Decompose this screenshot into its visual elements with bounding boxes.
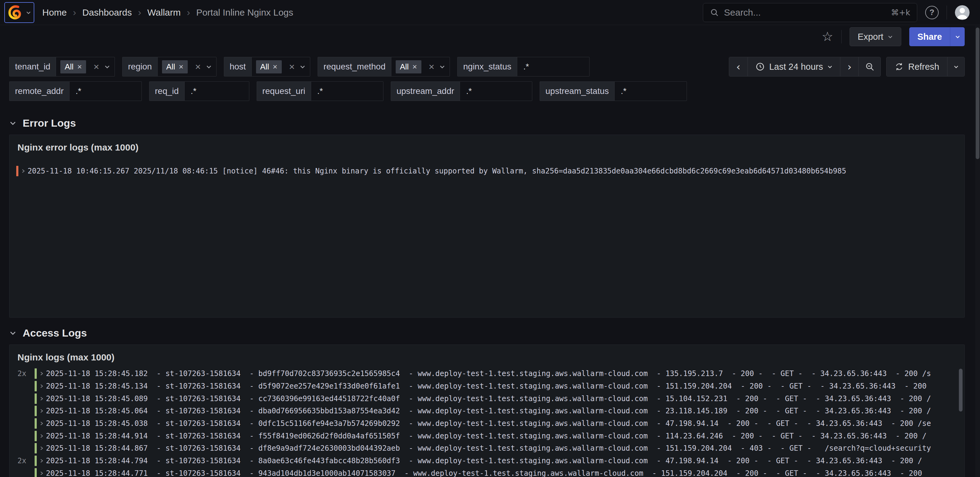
log-row[interactable]: 2x 2025-11-18 15:28:45.182 - st-107263-1… (10, 368, 964, 380)
grafana-logo-button[interactable] (4, 2, 34, 23)
chip-remove-icon[interactable]: × (179, 63, 183, 71)
log-row[interactable]: 2025-11-18 15:28:45.038 - st-107263-1581… (10, 417, 964, 430)
refresh-interval-button[interactable] (947, 57, 964, 76)
log-level-bar (35, 381, 37, 391)
filter-value-dropdown[interactable]: All × × (158, 57, 216, 76)
log-expand-icon[interactable] (39, 384, 44, 388)
log-row[interactable]: 2025-11-18 15:28:44.771 - st-107263-1581… (10, 467, 964, 477)
log-row[interactable]: 2025-11-18 15:28:45.089 - st-107263-1581… (10, 392, 964, 405)
section-error-logs[interactable]: Error Logs (9, 116, 965, 130)
chevron-down-icon (888, 34, 893, 40)
grafana-logo-icon (7, 4, 23, 21)
log-level-bar (35, 443, 37, 453)
log-line-text: 2025-11-18 15:28:44.771 - st-107263-1581… (46, 469, 922, 477)
nav-divider (947, 5, 947, 20)
access-logs-panel: Nginx logs (max 1000) 2x 2025-11-18 15:2… (9, 344, 965, 477)
chevron-down-icon[interactable] (104, 63, 110, 70)
filter-selected-chip[interactable]: All × (396, 60, 422, 73)
time-range-button[interactable]: Last 24 hours (748, 57, 840, 76)
log-expand-icon[interactable] (39, 409, 44, 414)
breadcrumb-folder[interactable]: Wallarm (147, 7, 181, 18)
log-dedup-count: 2x (10, 456, 35, 465)
clear-icon[interactable]: × (195, 62, 201, 71)
log-expand-icon[interactable] (39, 371, 44, 376)
panel-scrollbar-thumb[interactable] (959, 369, 963, 412)
filter-selected-chip[interactable]: All × (60, 60, 86, 73)
breadcrumb-separator: › (138, 7, 141, 18)
section-access-logs[interactable]: Access Logs (9, 326, 965, 340)
filter-value-dropdown[interactable]: All × × (252, 57, 310, 76)
filter-text-input[interactable] (70, 82, 142, 101)
log-level-bar (35, 368, 37, 379)
log-row[interactable]: 2025-11-18 10:46:15.267 2025/11/18 08:46… (10, 165, 964, 177)
dashboard-toolbar: ☆ Export Share (0, 25, 980, 48)
search-icon (710, 8, 719, 17)
filter-text-input[interactable] (185, 82, 249, 101)
share-button-label: Share (917, 32, 942, 41)
filter-label: host (224, 57, 252, 76)
log-expand-icon[interactable] (39, 458, 44, 463)
time-shift-forward-button[interactable]: › (840, 57, 858, 76)
clear-icon[interactable]: × (94, 62, 99, 71)
export-button-label: Export (858, 32, 883, 42)
log-row[interactable]: 2025-11-18 15:28:44.867 - st-107263-1581… (10, 442, 964, 455)
log-expand-icon[interactable] (39, 471, 44, 476)
refresh-button-label: Refresh (908, 62, 939, 72)
filter-req-id: req_id (149, 81, 249, 101)
log-expand-icon[interactable] (39, 434, 44, 439)
log-row[interactable]: 2025-11-18 15:28:45.134 - st-107263-1581… (10, 380, 964, 393)
filter-chip-label: All (65, 62, 73, 71)
log-expand-icon[interactable] (39, 446, 44, 451)
filter-selected-chip[interactable]: All × (162, 60, 188, 73)
export-button[interactable]: Export (850, 27, 902, 46)
clear-icon[interactable]: × (429, 62, 434, 71)
chevron-down-icon[interactable] (206, 63, 212, 70)
chip-remove-icon[interactable]: × (77, 63, 82, 71)
log-row[interactable]: 2025-11-18 15:28:45.064 - st-107263-1581… (10, 405, 964, 417)
filter-text-input[interactable] (517, 57, 589, 76)
filter-selected-chip[interactable]: All × (256, 60, 282, 73)
log-row[interactable]: 2x 2025-11-18 15:28:44.794 - st-107263-1… (10, 455, 964, 467)
zoom-out-icon (865, 62, 875, 71)
time-shift-back-button[interactable]: ‹ (729, 57, 748, 76)
breadcrumb-home[interactable]: Home (42, 7, 67, 18)
filter-chip-label: All (166, 62, 175, 71)
chevron-down-icon[interactable] (439, 63, 445, 70)
breadcrumb-dashboards[interactable]: Dashboards (83, 7, 132, 18)
filter-label: remote_addr (10, 82, 70, 101)
breadcrumb-separator: › (187, 7, 190, 18)
user-avatar[interactable] (955, 5, 970, 20)
window-scrollbar[interactable] (975, 26, 980, 477)
filter-remote-addr: remote_addr (9, 81, 142, 101)
window-scrollbar-thumb[interactable] (976, 27, 979, 159)
filter-value-dropdown[interactable]: All × × (56, 57, 115, 76)
share-menu-button[interactable] (950, 27, 965, 46)
search-box[interactable]: ⌘+k (703, 3, 917, 22)
filter-label: upstream_addr (391, 82, 460, 101)
filter-text-input[interactable] (615, 82, 687, 101)
refresh-button[interactable]: Refresh (886, 57, 947, 76)
clear-icon[interactable]: × (289, 62, 295, 71)
log-line-text: 2025-11-18 15:28:45.089 - st-107263-1581… (46, 395, 931, 403)
chip-remove-icon[interactable]: × (412, 63, 417, 71)
share-button[interactable]: Share (909, 27, 950, 46)
chip-remove-icon[interactable]: × (272, 63, 277, 71)
favorite-star-icon[interactable]: ☆ (822, 30, 833, 43)
top-nav: Home › Dashboards › Wallarm › Portal Inl… (0, 0, 980, 25)
chevron-down-icon[interactable] (299, 63, 305, 70)
filter-value-dropdown[interactable]: All × × (391, 57, 450, 76)
log-expand-icon[interactable] (39, 396, 44, 401)
log-expand-icon[interactable] (21, 169, 26, 173)
help-icon[interactable]: ? (925, 6, 939, 19)
search-input[interactable] (724, 7, 886, 18)
chevron-down-icon (953, 64, 959, 70)
log-level-bar (35, 456, 37, 466)
log-row[interactable]: 2025-11-18 15:28:44.914 - st-107263-1581… (10, 429, 964, 442)
log-expand-icon[interactable] (39, 421, 44, 426)
log-level-bar (35, 431, 37, 441)
filter-request-method: request_method All × × (318, 57, 450, 76)
filter-text-input[interactable] (311, 82, 383, 101)
filter-text-input[interactable] (460, 82, 532, 101)
time-zoom-out-button[interactable] (858, 57, 880, 76)
search-shortcut-hint: ⌘+k (891, 8, 910, 17)
